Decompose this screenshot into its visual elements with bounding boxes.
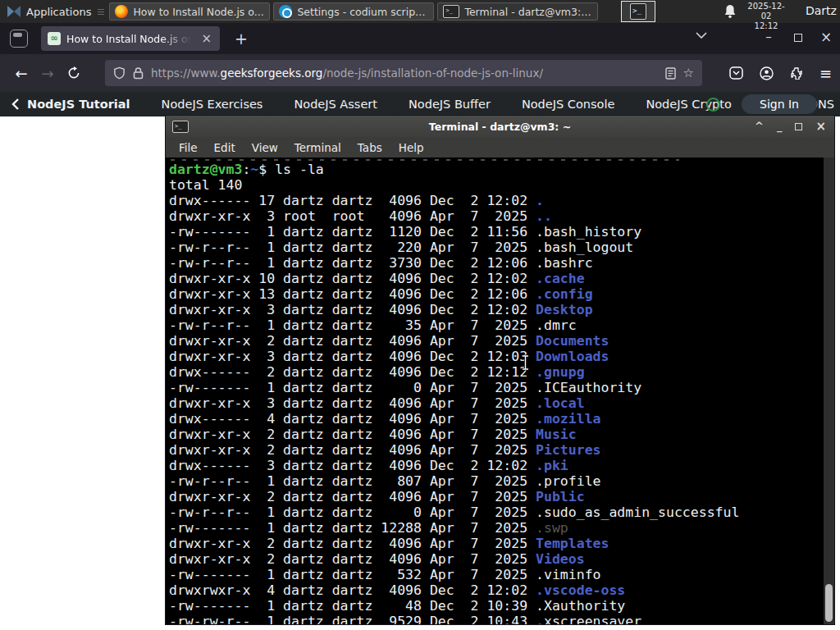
- chevron-left-icon[interactable]: [11, 98, 19, 110]
- file-name: .dmrc: [536, 317, 577, 333]
- file-name: .bash_logout: [536, 240, 633, 255]
- subnav-right: Sign In: [706, 94, 817, 114]
- tray-terminal-launcher[interactable]: >_: [621, 1, 655, 22]
- menu-view[interactable]: View: [244, 141, 286, 154]
- url-bar[interactable]: https://www.geeksforgeeks.org/node-js/in…: [105, 60, 702, 86]
- terminal-scrollbar[interactable]: [824, 158, 834, 624]
- gfg-favicon: ∞: [48, 32, 61, 45]
- applications-menu-button[interactable]: Applications: [0, 0, 98, 23]
- sign-in-button[interactable]: Sign In: [742, 94, 817, 114]
- taskbar-window-codium[interactable]: Settings - codium script...: [273, 2, 434, 21]
- taskbar-window-firefox[interactable]: How to Install Node.js o...: [109, 2, 270, 21]
- file-name: .bash_history: [536, 224, 641, 240]
- reload-button[interactable]: [67, 66, 80, 80]
- navigation-toolbar: ← → https://www.geeksforgeeks.org/node-j…: [0, 54, 840, 92]
- prompt-command: $ ls -la: [258, 162, 323, 177]
- terminal-line: drwxrwxr-x 4 dartz dartz 4096 Dec 2 12:0…: [169, 582, 834, 598]
- terminal-titlebar[interactable]: >_ Terminal - dartz@vm3: ~ ^ _ ×: [166, 116, 834, 137]
- terminal-line: drwxr-xr-x 2 dartz dartz 4096 Apr 7 2025…: [169, 442, 834, 458]
- terminal-line: -rw------- 1 dartz dartz 1120 Dec 2 11:5…: [169, 224, 834, 240]
- browser-tab-active[interactable]: ∞ How to Install Node.js on ×: [41, 26, 220, 51]
- pocket-icon[interactable]: [729, 66, 743, 80]
- taskbar: Applications How to Install Node.js o...…: [0, 0, 840, 23]
- terminal-line: drwxr-xr-x 2 dartz dartz 4096 Apr 7 2025…: [169, 489, 834, 504]
- account-icon[interactable]: [760, 66, 774, 80]
- panel-clock[interactable]: 2025-12-02 12:12: [742, 2, 790, 31]
- prompt-user-host: dartz@vm3: [169, 162, 242, 177]
- lock-icon[interactable]: [133, 66, 144, 80]
- file-name: .pki: [536, 458, 568, 473]
- file-name: .: [536, 193, 544, 208]
- minimize-button[interactable]: _: [777, 122, 783, 130]
- maximize-button[interactable]: [795, 123, 802, 130]
- firefox-view-icon[interactable]: [10, 30, 28, 48]
- terminal-line: -rw------- 1 dartz dartz 48 Dec 2 10:39 …: [169, 598, 834, 614]
- terminal-line: -rw------- 1 dartz dartz 12288 Apr 7 202…: [169, 520, 834, 536]
- nav-link-assert[interactable]: NodeJS Assert: [278, 98, 393, 111]
- applications-icon: [7, 5, 21, 18]
- terminal-icon: >_: [630, 3, 646, 20]
- terminal-line: -rw-r--r-- 1 dartz dartz 807 Apr 7 2025 …: [169, 473, 834, 489]
- reader-mode-icon[interactable]: [665, 67, 676, 80]
- tab-close-icon[interactable]: ×: [199, 33, 213, 45]
- terminal-line: -rw------- 1 dartz dartz 0 Apr 7 2025 .I…: [169, 380, 834, 395]
- nav-link-console[interactable]: NodeJS Console: [506, 98, 631, 111]
- scrollbar-thumb[interactable]: [825, 584, 833, 622]
- menu-file[interactable]: File: [171, 141, 206, 154]
- back-button[interactable]: ←: [8, 65, 34, 82]
- terminal-line: drwxr-xr-x 13 dartz dartz 4096 Dec 2 12:…: [169, 286, 834, 302]
- url-text: https://www.geeksforgeeks.org/node-js/in…: [151, 66, 658, 80]
- toolbar-right-icons: ≡: [729, 54, 832, 92]
- terminal-content[interactable]: dartz@vm3:~$ ls -la total 140 drwx------…: [166, 158, 834, 624]
- file-name: .swp: [536, 520, 568, 536]
- clipped-scrollback-line: [171, 159, 679, 161]
- total-line: total 140: [169, 177, 834, 193]
- menu-tabs[interactable]: Tabs: [349, 141, 390, 154]
- panel-user-label[interactable]: Dartz: [806, 4, 837, 17]
- url-domain: geeksforgeeks.org: [221, 66, 323, 80]
- terminal-line: drwxr-xr-x 3 root root 4096 Apr 7 2025 .…: [169, 208, 834, 224]
- bookmark-star-icon[interactable]: ☆: [683, 66, 694, 80]
- terminal-line: drwx------ 17 dartz dartz 4096 Dec 2 12:…: [169, 193, 834, 208]
- terminal-line: drwx------ 3 dartz dartz 4096 Dec 2 12:0…: [169, 458, 834, 473]
- search-icon[interactable]: [706, 98, 720, 112]
- list-all-tabs-icon[interactable]: [696, 31, 707, 39]
- file-name: .Xauthority: [536, 598, 625, 614]
- nav-link-buffer[interactable]: NodeJS Buffer: [393, 98, 506, 111]
- file-name: Music: [536, 427, 577, 442]
- clock-time: 12:12: [742, 21, 790, 31]
- window-minimize-button[interactable]: –: [763, 30, 774, 44]
- terminal-menubar: File Edit View Terminal Tabs Help: [166, 137, 834, 158]
- terminal-line: -rw-rw-r-- 1 dartz dartz 9529 Dec 2 10:4…: [169, 614, 834, 624]
- file-name: .ICEauthority: [536, 380, 641, 395]
- tracking-shield-icon[interactable]: [113, 66, 126, 80]
- file-name: .xscreensaver: [536, 614, 641, 624]
- terminal-window-controls: ^ _ ×: [755, 116, 826, 137]
- file-name: .gnupg: [536, 364, 585, 380]
- nav-link-tutorial[interactable]: NodeJS Tutorial: [25, 98, 146, 111]
- terminal-title: Terminal - dartz@vm3: ~: [166, 121, 834, 133]
- window-close-button[interactable]: ×: [820, 29, 832, 45]
- prompt-cwd: ~: [250, 162, 258, 177]
- notification-bell-icon[interactable]: [724, 4, 737, 19]
- terminal-line: drwx------ 4 dartz dartz 4096 Apr 7 2025…: [169, 411, 834, 427]
- panel-handle-icon: [98, 6, 104, 17]
- terminal-line: -rw-r--r-- 1 dartz dartz 220 Apr 7 2025 …: [169, 240, 834, 255]
- new-tab-button[interactable]: +: [230, 30, 253, 48]
- menu-terminal[interactable]: Terminal: [286, 141, 349, 154]
- file-name: Pictures: [536, 442, 600, 458]
- menu-help[interactable]: Help: [390, 141, 432, 154]
- taskbar-window-terminal[interactable]: >_ Terminal - dartz@vm3: ~: [437, 2, 598, 21]
- close-button[interactable]: ×: [815, 122, 826, 130]
- extensions-icon[interactable]: [790, 66, 803, 80]
- nav-link-exercises[interactable]: NodeJS Exercises: [146, 98, 279, 111]
- file-name: .config: [536, 286, 593, 302]
- menu-edit[interactable]: Edit: [206, 141, 244, 154]
- file-name: .sudo_as_admin_successful: [536, 504, 739, 520]
- app-menu-icon[interactable]: ≡: [819, 65, 832, 82]
- window-maximize-button[interactable]: [794, 34, 802, 42]
- file-name: .viminfo: [536, 567, 600, 582]
- site-subnav: NodeJS Tutorial NodeJS Exercises NodeJS …: [0, 92, 840, 116]
- file-name: .profile: [536, 473, 600, 489]
- shade-button[interactable]: ^: [755, 122, 764, 130]
